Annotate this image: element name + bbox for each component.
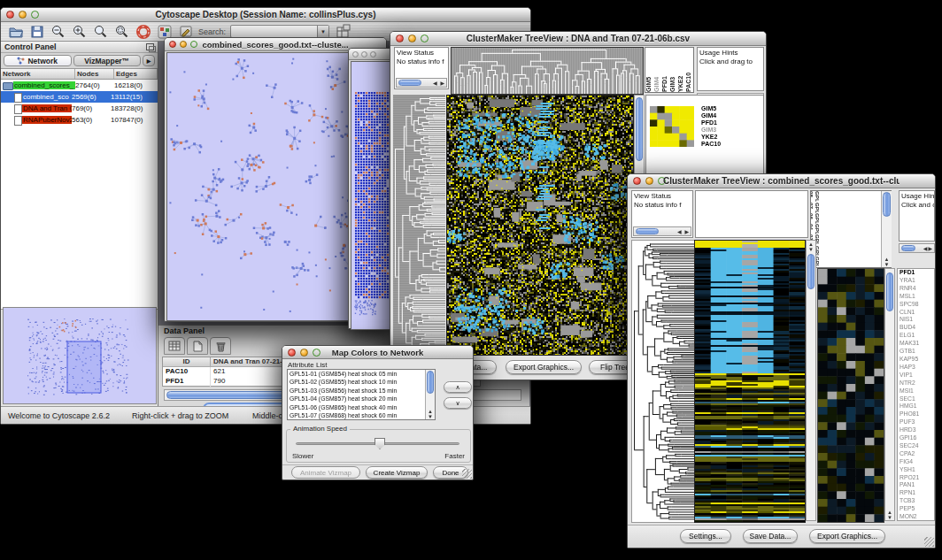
network-list-row[interactable]: DNA and Tran 07769(0)183728(0) [1, 103, 158, 114]
create-vizmap-button[interactable]: Create Vizmap [366, 466, 428, 479]
selection-gene-label[interactable]: GIM3 [701, 127, 721, 134]
view-status-scrollbar[interactable]: ◀ ▶ [633, 226, 691, 236]
attribute-item[interactable]: GPL51-07 (GSM868) heat shock 60 min [288, 411, 435, 419]
main-title-bar[interactable]: Cytoscape Desktop (Session Name: collins… [1, 8, 530, 22]
selection-gene-label[interactable]: PAC10 [701, 141, 721, 148]
slider-handle[interactable] [374, 438, 385, 449]
scrollbar-thumb[interactable] [901, 245, 915, 251]
gene-label[interactable]: MAK31 [900, 340, 934, 348]
gene-label[interactable]: HAP3 [900, 364, 934, 372]
float-panel-icon[interactable] [146, 43, 154, 50]
col-id[interactable]: ID [163, 357, 211, 366]
col-network[interactable]: Network [1, 69, 75, 79]
treeview2-title-bar[interactable]: ClusterMaker TreeView : combined_scores_… [628, 174, 935, 188]
attribute-item[interactable]: GPL51-03 (GSM856) heat shock 15 min [288, 387, 435, 395]
col-edges[interactable]: Edges [114, 69, 158, 79]
gene-label[interactable]: HMG1 [900, 403, 934, 410]
selection-gene-label[interactable]: GIM5 [701, 105, 721, 112]
gene-label[interactable]: GPI16 [900, 434, 934, 442]
zoom-in-icon[interactable] [71, 23, 88, 40]
scroll-arrows-icon[interactable]: ▲▼ [885, 510, 894, 520]
move-down-button[interactable]: ∨ [444, 397, 472, 409]
minimize-button[interactable] [645, 177, 653, 185]
minimize-button[interactable] [361, 51, 367, 58]
minimize-button[interactable] [180, 41, 187, 48]
network-list-row[interactable]: combined_scores_2764(0)16218(0) [1, 80, 158, 91]
heatmap-canvas[interactable] [446, 95, 634, 356]
gene-label[interactable]: SPC98 [900, 301, 934, 309]
close-button[interactable] [633, 177, 641, 185]
gene-label[interactable]: RNR4 [900, 285, 934, 293]
settings-button[interactable]: Settings... [680, 529, 731, 543]
scrollbar-thumb[interactable] [883, 192, 891, 217]
gene-label[interactable]: YRA1 [900, 277, 934, 285]
scroll-arrows-icon[interactable]: ▲▼ [807, 242, 815, 252]
delete-attribute-icon[interactable] [210, 337, 231, 355]
gene-label[interactable]: CLN1 [900, 309, 934, 317]
gene-label[interactable]: MSL1 [900, 293, 934, 301]
close-button[interactable] [288, 349, 296, 357]
resize-grip[interactable] [924, 537, 934, 547]
minimize-button[interactable] [408, 35, 416, 42]
scroll-arrows-icon[interactable]: ▲▼ [882, 257, 892, 267]
zoom-button[interactable] [370, 51, 376, 58]
scrollbar-thumb[interactable] [636, 97, 643, 161]
tab-vizmapper[interactable]: VizMapper™ [73, 55, 142, 66]
usage-hints-scrollbar[interactable]: ◀▶ [899, 243, 935, 253]
gene-label[interactable]: KAP95 [900, 356, 934, 364]
gene-label[interactable]: SEC24 [900, 442, 934, 450]
selection-gene-label[interactable]: PFD1 [701, 119, 721, 127]
gene-label[interactable]: TCB3 [900, 497, 934, 505]
scrollbar-thumb[interactable] [807, 254, 815, 289]
gene-label[interactable]: PEP5 [900, 505, 934, 513]
scroll-arrows-icon[interactable]: ◀ ▶ [433, 80, 445, 87]
save-data-button[interactable]: Save Data... [743, 529, 798, 543]
new-attribute-icon[interactable] [187, 337, 208, 355]
gene-label[interactable]: MSI1 [900, 387, 934, 395]
animation-speed-slider[interactable] [296, 442, 459, 445]
attribute-list-scrollbar[interactable]: ▲▼ [425, 370, 435, 419]
attribute-item[interactable]: GPL51-06 (GSM865) heat shock 40 min [288, 403, 435, 411]
close-button[interactable] [169, 41, 176, 48]
gene-label[interactable]: NTR2 [900, 380, 934, 387]
more-tabs-button[interactable]: ▶ [143, 55, 155, 66]
save-icon[interactable] [28, 23, 45, 40]
scroll-arrows-icon[interactable]: ◀▶ [923, 245, 933, 252]
selection-heatmap[interactable] [650, 106, 694, 147]
tab-network[interactable]: Network [4, 55, 72, 66]
help-ring-icon[interactable] [135, 23, 151, 40]
gene-dendrogram[interactable] [631, 240, 695, 523]
gene-labels-list[interactable]: PFD1YRA1RNR4MSL1SPC98CLN1NIS1BUD4ELG1MAK… [897, 268, 935, 521]
export-graphics-button[interactable]: Export Graphics... [506, 360, 582, 374]
column-labels-scrollbar[interactable]: ▲▼ [881, 191, 892, 267]
gene-label[interactable]: FIG4 [900, 458, 934, 466]
array-dendrogram[interactable] [451, 47, 644, 95]
attribute-item[interactable]: GPL51-02 (GSM855) heat shock 10 min [288, 378, 435, 386]
selection-gene-label[interactable]: GIM4 [701, 112, 721, 119]
zoom-button[interactable] [190, 41, 197, 48]
search-input[interactable]: ▼ [230, 25, 329, 38]
zoom-selected-icon[interactable] [113, 23, 130, 40]
treeview1-title-bar[interactable]: ClusterMaker TreeView : DNA and Tran 07-… [390, 32, 766, 46]
animate-vizmap-button[interactable]: Animate Vizmap [291, 466, 360, 479]
background-window-title-bar[interactable] [349, 49, 395, 60]
scrollbar-thumb[interactable] [886, 272, 893, 311]
gene-label[interactable]: PHO81 [900, 410, 934, 418]
zoom-fit-icon[interactable] [92, 23, 109, 40]
minimize-button[interactable] [19, 11, 27, 19]
gene-label[interactable]: CPA2 [900, 450, 934, 458]
heatmap-canvas[interactable] [694, 240, 806, 523]
network-overview-thumbnail[interactable] [4, 308, 156, 403]
selection-gene-label[interactable]: YKE2 [701, 134, 721, 141]
scrollbar-thumb[interactable] [427, 371, 434, 394]
gene-label[interactable]: HRD3 [900, 426, 934, 434]
view-status-scrollbar[interactable]: ◀ ▶ [396, 78, 447, 88]
gene-label[interactable]: NIS1 [900, 316, 934, 324]
dialog-title-bar[interactable]: Map Colors to Network [282, 346, 473, 359]
export-graphics-button[interactable]: Export Graphics... [809, 529, 885, 543]
gene-dendrogram[interactable] [393, 95, 445, 354]
gene-label[interactable]: BUD4 [900, 324, 934, 332]
network-overview-panel[interactable] [3, 307, 157, 404]
attribute-item[interactable]: GPL51-01 (GSM854) heat shock 05 min [288, 370, 435, 378]
gene-label[interactable]: PUF3 [900, 418, 934, 426]
